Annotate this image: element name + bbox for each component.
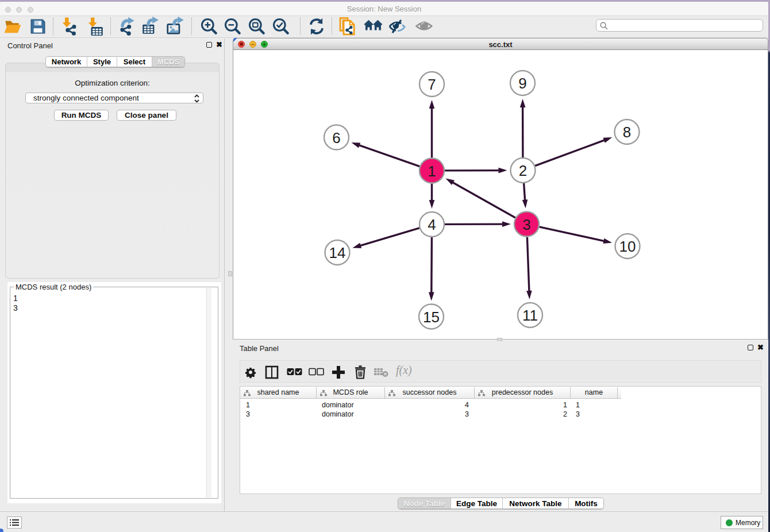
svg-text:6: 6 [332, 129, 340, 147]
svg-text:8: 8 [623, 124, 631, 141]
svg-text:2: 2 [519, 162, 527, 179]
svg-text:10: 10 [619, 238, 636, 255]
svg-text:4: 4 [428, 216, 436, 233]
svg-text:3: 3 [522, 216, 530, 233]
svg-text:1: 1 [428, 163, 436, 180]
svg-text:9: 9 [518, 75, 526, 92]
svg-text:14: 14 [329, 244, 346, 261]
svg-text:15: 15 [423, 309, 440, 326]
svg-text:11: 11 [522, 307, 538, 324]
svg-text:7: 7 [428, 76, 436, 93]
